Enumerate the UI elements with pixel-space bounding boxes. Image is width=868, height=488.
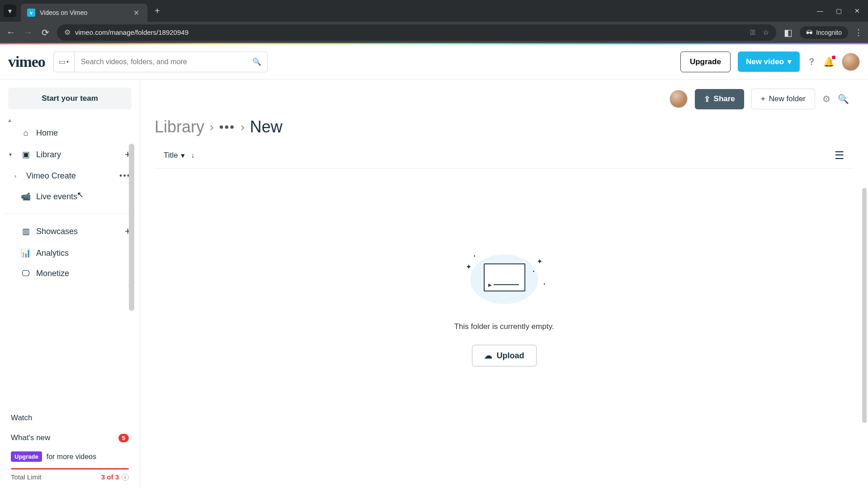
empty-folder-illustration: ▶ ✦ • ✦ • •	[466, 250, 542, 309]
sidebar-item-monetize[interactable]: › 🖵 Monetize	[5, 263, 135, 284]
minimize-icon[interactable]: —	[817, 7, 823, 14]
search-input[interactable]	[75, 58, 246, 66]
new-video-button[interactable]: New video ▾	[738, 52, 800, 72]
breadcrumb-overflow[interactable]: •••	[219, 120, 235, 134]
close-window-icon[interactable]: ✕	[854, 7, 860, 14]
share-label: Share	[714, 94, 735, 103]
tab-search-button[interactable]: ▾	[4, 5, 16, 17]
sidebar-item-showcases[interactable]: › ▥ Showcases +	[5, 220, 135, 243]
site-settings-icon[interactable]: ⚙	[64, 28, 71, 37]
incognito-label: Incognito	[816, 29, 842, 36]
chevron-down-icon[interactable]: ▾	[9, 151, 15, 158]
chevron-right-icon[interactable]: ›	[14, 173, 21, 179]
sort-dropdown[interactable]: Title ▾	[164, 151, 185, 160]
main-content: ⇪ Share + New folder ⚙ 🔍 Library › ••• ›…	[140, 80, 868, 488]
search-icon: 🔍	[252, 57, 261, 66]
limit-label: Total Limit	[11, 473, 42, 481]
start-team-button[interactable]: Start your team	[8, 88, 132, 109]
sidebar-item-label: Home	[36, 128, 58, 138]
usage-bar	[11, 468, 129, 469]
sort-direction-button[interactable]: ↓	[191, 151, 195, 160]
side-panel-icon[interactable]: ◧	[783, 27, 793, 38]
sidebar-link-whats-new[interactable]: What's new 5	[5, 428, 135, 448]
help-button[interactable]: ？	[807, 56, 816, 68]
new-folder-label: New folder	[769, 94, 806, 103]
sidebar-item-library[interactable]: ▾ ▣ Library +	[5, 143, 135, 166]
share-button[interactable]: ⇪ Share	[695, 89, 744, 109]
chevron-down-icon: ▾	[788, 57, 792, 66]
main-scrollbar[interactable]	[862, 188, 867, 423]
whats-new-badge: 5	[118, 434, 129, 442]
upgrade-promo: Upgrade for more videos	[5, 448, 135, 465]
breadcrumb-root[interactable]: Library	[155, 117, 204, 136]
tracking-off-icon[interactable]: 👁⃠	[750, 28, 755, 37]
sidebar-item-vimeo-create[interactable]: › Vimeo Create •••	[5, 166, 135, 186]
sidebar-item-analytics[interactable]: › 📊 Analytics	[5, 243, 135, 263]
app-header: vimeo ▭ ▾ 🔍 Upgrade New video ▾ ？ 🔔	[0, 44, 868, 80]
search-scope-dropdown[interactable]: ▭ ▾	[54, 52, 75, 72]
new-folder-button[interactable]: + New folder	[751, 89, 815, 109]
showcases-icon: ▥	[21, 226, 31, 236]
owner-avatar[interactable]	[670, 90, 688, 108]
window-controls: — ▢ ✕	[817, 7, 864, 14]
empty-state: ▶ ✦ • ✦ • • This folder is currently emp…	[155, 250, 854, 366]
info-icon[interactable]: i	[122, 474, 129, 481]
scroll-down-icon[interactable]: ▼	[5, 284, 135, 289]
close-icon[interactable]: ✕	[132, 8, 141, 18]
sidebar-item-label: Library	[36, 150, 61, 160]
chevron-down-icon: ▾	[8, 7, 12, 15]
share-icon: ⇪	[704, 94, 710, 104]
monetize-icon: 🖵	[21, 269, 31, 278]
url-text: vimeo.com/manage/folders/18920949	[75, 28, 189, 36]
breadcrumb: Library › ••• › New	[155, 117, 854, 136]
breadcrumb-current: New	[250, 117, 283, 136]
sidebar-item-home[interactable]: › ⌂ Home	[5, 123, 135, 143]
vimeo-favicon-icon: v	[27, 9, 35, 17]
bookmark-icon[interactable]: ☆	[763, 28, 769, 37]
browser-tab[interactable]: v Videos on Vimeo ✕	[21, 4, 147, 22]
chevron-down-icon: ▾	[66, 59, 69, 64]
notification-dot-icon	[832, 56, 835, 59]
maximize-icon[interactable]: ▢	[836, 7, 842, 14]
plus-icon: +	[761, 94, 765, 103]
sidebar-item-label: Vimeo Create	[26, 171, 76, 181]
upgrade-pill-button[interactable]: Upgrade	[11, 451, 42, 462]
forward-button[interactable]: →	[23, 27, 33, 38]
reload-button[interactable]: ⟳	[40, 27, 51, 38]
search-folder-button[interactable]: 🔍	[838, 94, 849, 104]
notifications-button[interactable]: 🔔	[823, 56, 835, 67]
search-button[interactable]: 🔍	[246, 52, 267, 72]
video-icon: ▭	[59, 57, 66, 66]
usage-limit-row: Total Limit 3 of 3 i	[5, 471, 135, 483]
user-avatar[interactable]	[842, 53, 860, 71]
gear-icon: ⚙	[822, 94, 830, 104]
browser-tab-strip: ▾ v Videos on Vimeo ✕ + — ▢ ✕	[0, 0, 868, 22]
library-icon: ▣	[21, 150, 31, 160]
sidebar-item-label: Watch	[11, 413, 33, 422]
upgrade-button[interactable]: Upgrade	[680, 52, 731, 72]
home-icon: ⌂	[21, 128, 31, 138]
upload-label: Upload	[497, 351, 524, 361]
vimeo-logo[interactable]: vimeo	[8, 53, 45, 70]
incognito-indicator[interactable]: 🕶 Incognito	[800, 26, 848, 39]
search-bar: ▭ ▾ 🔍	[53, 52, 268, 72]
upload-button[interactable]: ☁ Upload	[472, 345, 537, 366]
scroll-up-icon[interactable]: ▲	[5, 117, 135, 123]
view-toggle-button[interactable]: ☰	[835, 149, 844, 162]
new-tab-button[interactable]: +	[155, 6, 160, 16]
limit-count: 3 of 3	[101, 473, 119, 481]
sidebar-scrollbar[interactable]	[129, 144, 134, 311]
upgrade-promo-text: for more videos	[47, 453, 96, 461]
settings-button[interactable]: ⚙	[822, 94, 830, 104]
incognito-icon: 🕶	[806, 29, 812, 36]
sidebar-link-watch[interactable]: Watch	[5, 408, 135, 428]
address-bar[interactable]: ⚙ vimeo.com/manage/folders/18920949 👁⃠ ☆	[57, 24, 776, 41]
analytics-icon: 📊	[21, 248, 31, 258]
search-icon: 🔍	[838, 94, 849, 104]
sidebar: Start your team ▲ › ⌂ Home ▾ ▣ Library +…	[0, 80, 140, 488]
sidebar-item-live-events[interactable]: › 📹 Live events	[5, 186, 135, 207]
back-button[interactable]: ←	[5, 27, 16, 38]
folder-toolbar: ⇪ Share + New folder ⚙ 🔍	[155, 89, 854, 109]
browser-menu-button[interactable]: ⋮	[854, 28, 863, 38]
sidebar-item-label: Monetize	[36, 269, 69, 278]
